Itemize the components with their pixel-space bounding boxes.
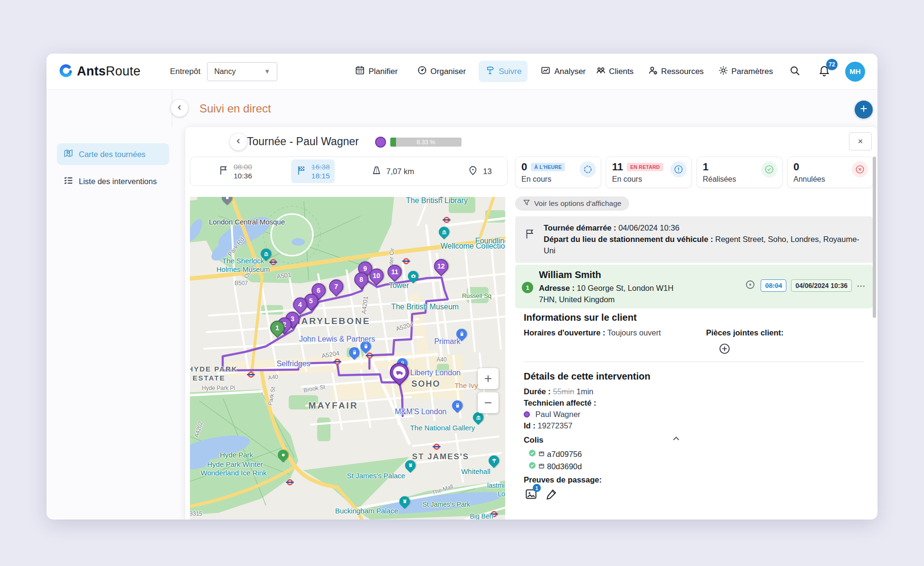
route-detail-panel: Tournée - Paul Wagner 8.33 % × 08:0010:3…: [185, 127, 877, 520]
end-time-stat[interactable]: 16:3818:15: [291, 159, 335, 184]
map-label: Lon: [498, 490, 505, 498]
zoom-in-button[interactable]: +: [478, 368, 499, 389]
status-card-done: 1 Réalisées: [697, 157, 783, 188]
check-circle-icon: [761, 161, 777, 177]
map-label: MAYFAIR: [309, 400, 358, 411]
status-badge: À L'HEURE: [531, 163, 565, 171]
route-map[interactable]: London Central MosquePark RdOuter CirOut…: [190, 197, 505, 520]
nav-label: Analyser: [554, 67, 585, 76]
search-button[interactable]: [786, 63, 803, 80]
marker-number: 1: [275, 324, 279, 332]
underground-roundel-icon: [403, 258, 409, 264]
sidebar-item-carte-des-tournees[interactable]: Carte des tournées: [57, 143, 169, 165]
nav-label: Ressources: [661, 67, 704, 76]
display-options-label: Voir les options d'affichage: [534, 199, 622, 208]
stops-stat: 13: [462, 162, 496, 181]
person-gear-icon: [648, 65, 659, 78]
checkered-flag-icon: [296, 165, 307, 178]
colis-title: Colis: [524, 436, 544, 445]
app-logo[interactable]: AntsRoute: [59, 64, 141, 80]
display-options-button[interactable]: Voir les options d'affichage: [515, 196, 629, 211]
collapse-colis-button[interactable]: [672, 435, 680, 445]
brand-name: AntsRoute: [77, 64, 141, 79]
underground-roundel-icon: [434, 444, 440, 450]
notifications-button[interactable]: 72: [816, 63, 833, 80]
intervention-id-row: Id : 19272357: [524, 421, 573, 430]
close-panel-button[interactable]: ×: [849, 132, 872, 150]
back-button[interactable]: [230, 133, 247, 150]
map-label: Big Ben: [470, 512, 493, 520]
address-label: Adresse :: [539, 284, 575, 292]
technician-color-dot: [524, 411, 530, 418]
actual-time-chip: 04/06/2024 10:36: [791, 279, 852, 292]
panel-scrollbar[interactable]: [873, 157, 876, 318]
duration-new: 1min: [576, 387, 594, 396]
map-label: John Lewis & Partners: [299, 335, 375, 343]
collapse-sidebar-button[interactable]: [171, 100, 188, 117]
map-label: Wonderland Ice Rink: [201, 469, 267, 477]
check-circle-icon: [528, 449, 536, 459]
colis-code: 80d3690d: [547, 462, 582, 471]
sidebar-item-liste-des-interventions[interactable]: Liste des interventions: [57, 170, 169, 192]
colis-item: a7d09756: [528, 449, 582, 459]
chevron-left-icon: [235, 137, 243, 147]
nav-item-suivre[interactable]: Suivre: [479, 61, 528, 82]
page-header: Suivi en direct: [47, 90, 877, 127]
plus-circle-icon: [718, 348, 731, 356]
people-icon: [595, 65, 606, 78]
status-card-on-time: 0 À L'HEURE En cours: [515, 157, 601, 188]
map-label: B507: [235, 280, 248, 287]
underground-roundel-icon: [367, 353, 373, 359]
underground-roundel-icon: [334, 359, 340, 365]
main-nav: Planifier Organiser Suivre Analyser: [349, 61, 592, 82]
opening-hours-row: Horaires d'ouverture : Toujours ouvert: [524, 328, 661, 337]
warehouse-value: Nancy: [214, 67, 236, 76]
top-navbar: AntsRoute Entrepôt Nancy ▼ Planifier Org…: [47, 54, 877, 90]
map-label: Holmes Museum: [217, 265, 270, 273]
nav-item-ressources[interactable]: Ressources: [647, 62, 705, 81]
map-label: A40: [267, 373, 278, 381]
signature-proof-button[interactable]: [545, 488, 558, 502]
map-label: Hyde Park: [220, 451, 253, 459]
avatar[interactable]: MH: [845, 62, 865, 82]
search-icon: [789, 65, 801, 78]
stop-number-badge: 1: [522, 282, 533, 293]
map-label: ST JAMES'S: [412, 452, 469, 462]
photo-proof-button[interactable]: 1: [525, 488, 537, 502]
alert-icon: [670, 161, 687, 177]
planned-end: 16:38: [311, 162, 330, 171]
map-label: Primark: [434, 337, 460, 346]
app-window: AntsRoute Entrepôt Nancy ▼ Planifier Org…: [47, 54, 877, 520]
add-attachment-button[interactable]: [718, 343, 731, 357]
map-label: The British Museum: [391, 303, 459, 311]
map-label: Tower: [389, 281, 409, 290]
route-color-dot: [375, 137, 386, 148]
page-title: Suivi en direct: [199, 102, 271, 115]
nav-item-clients[interactable]: Clients: [594, 62, 634, 81]
map-label: A40: [436, 356, 446, 363]
divider: [524, 362, 864, 362]
intervention-details-title: Détails de cette intervention: [524, 371, 651, 382]
target-icon[interactable]: [745, 279, 756, 292]
nav-item-planifier[interactable]: Planifier: [349, 61, 404, 82]
nav-item-parametres[interactable]: Paramètres: [717, 62, 774, 81]
start-location-label: Départ du lieu de stationnement du véhic…: [544, 235, 713, 243]
underground-roundel-icon: [443, 217, 450, 223]
technician-row: Paul Wagner: [524, 410, 580, 419]
logo-mark-icon: [59, 64, 73, 80]
add-button[interactable]: [855, 101, 873, 119]
nav-item-organiser[interactable]: Organiser: [411, 61, 472, 82]
map-label: London Central Mosque: [209, 218, 285, 226]
warehouse-select[interactable]: Nancy ▼: [207, 62, 277, 81]
attachments-label: Pièces jointes client:: [706, 328, 783, 337]
stop-card[interactable]: 1 William Smith Adresse : 10 George St, …: [515, 265, 873, 308]
underground-roundel-icon: [270, 259, 276, 265]
map-label: The National Gallery: [410, 424, 475, 432]
nav-item-analyser[interactable]: Analyser: [534, 61, 592, 82]
sidebar-item-label: Carte des tournées: [79, 150, 145, 159]
zoom-out-button[interactable]: −: [478, 392, 499, 413]
plus-icon: [859, 104, 868, 115]
scrollbar-thumb[interactable]: [873, 157, 876, 318]
duration-row: Durée : 55min 1min: [524, 387, 594, 396]
stop-menu-button[interactable]: ⋯: [857, 280, 866, 291]
